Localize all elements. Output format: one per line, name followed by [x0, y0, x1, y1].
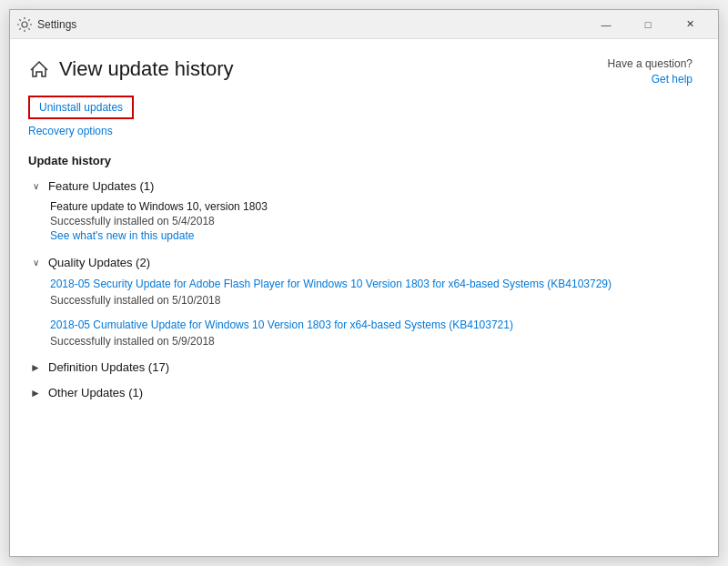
have-question-text: Have a question? — [608, 57, 693, 70]
feature-updates-group: ∨ Feature Updates (1) Feature update to … — [28, 177, 693, 242]
definition-chevron: ► — [28, 360, 43, 375]
other-updates-title: Other Updates (1) — [48, 386, 143, 399]
help-section: Have a question? Get help — [608, 57, 693, 86]
page-header: View update history — [28, 57, 693, 81]
minimize-button[interactable]: — — [585, 10, 627, 39]
close-button[interactable]: ✕ — [669, 10, 711, 39]
see-whats-new-link[interactable]: See what's new in this update — [50, 229, 693, 242]
get-help-link[interactable]: Get help — [652, 73, 693, 86]
feature-chevron: ∨ — [28, 178, 43, 193]
other-updates-group: ► Other Updates (1) — [28, 384, 693, 402]
settings-icon — [17, 17, 32, 32]
quality-update-item-1: 2018-05 Security Update for Adobe Flash … — [50, 277, 693, 307]
window-controls: — □ ✕ — [585, 10, 711, 39]
svg-point-0 — [22, 22, 27, 27]
main-content: Have a question? Get help View update hi… — [10, 39, 718, 556]
feature-updates-title: Feature Updates (1) — [48, 179, 154, 193]
quality-chevron: ∨ — [28, 255, 43, 269]
quality-updates-group: ∨ Quality Updates (2) 2018-05 Security U… — [28, 253, 693, 348]
definition-updates-group: ► Definition Updates (17) — [28, 359, 693, 377]
update-history-heading: Update history — [28, 154, 693, 167]
quality-updates-title: Quality Updates (2) — [48, 256, 150, 269]
feature-updates-header[interactable]: ∨ Feature Updates (1) — [28, 177, 693, 195]
feature-update-item-1: Feature update to Windows 10, version 18… — [50, 200, 693, 242]
title-bar: Settings — □ ✕ — [10, 10, 718, 39]
quality-updates-items: 2018-05 Security Update for Adobe Flash … — [50, 277, 693, 348]
uninstall-updates-button[interactable]: Uninstall updates — [28, 96, 134, 119]
quality-update-item-2: 2018-05 Cumulative Update for Windows 10… — [50, 318, 693, 348]
definition-updates-title: Definition Updates (17) — [48, 360, 169, 374]
other-chevron: ► — [28, 386, 43, 400]
page-title: View update history — [59, 57, 693, 81]
window-title: Settings — [37, 18, 585, 31]
quality-update-status-1: Successfully installed on 5/10/2018 — [50, 294, 693, 307]
content-area: Have a question? Get help View update hi… — [10, 39, 718, 556]
quality-update-link-1[interactable]: 2018-05 Security Update for Adobe Flash … — [50, 277, 693, 292]
quality-update-link-2[interactable]: 2018-05 Cumulative Update for Windows 10… — [50, 318, 693, 333]
feature-updates-items: Feature update to Windows 10, version 18… — [50, 200, 693, 242]
definition-updates-header[interactable]: ► Definition Updates (17) — [28, 359, 693, 377]
other-updates-header[interactable]: ► Other Updates (1) — [28, 384, 693, 402]
quality-updates-header[interactable]: ∨ Quality Updates (2) — [28, 253, 693, 271]
home-icon[interactable] — [28, 59, 50, 81]
quality-update-status-2: Successfully installed on 5/9/2018 — [50, 335, 693, 348]
maximize-button[interactable]: □ — [627, 10, 669, 39]
settings-window: Settings — □ ✕ Have a question? Get help… — [9, 9, 719, 557]
feature-update-status: Successfully installed on 5/4/2018 — [50, 215, 693, 227]
recovery-options-link[interactable]: Recovery options — [28, 125, 693, 137]
feature-update-title: Feature update to Windows 10, version 18… — [50, 200, 693, 213]
